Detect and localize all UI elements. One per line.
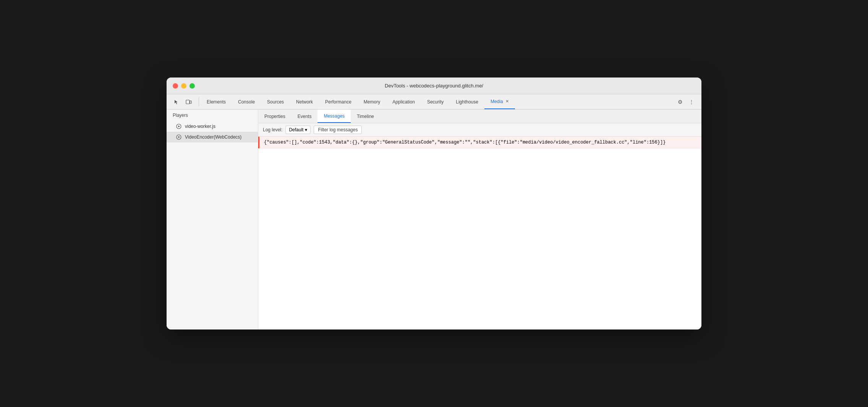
tab-security[interactable]: Security — [421, 94, 450, 109]
panel-tab-properties[interactable]: Properties — [258, 110, 291, 123]
cursor-icon — [174, 99, 179, 105]
sidebar-header: Players — [167, 110, 258, 121]
tab-performance[interactable]: Performance — [319, 94, 358, 109]
log-level-select[interactable]: Default ▾ — [285, 126, 311, 134]
tab-application[interactable]: Application — [386, 94, 421, 109]
panel: Properties Events Messages Timeline Log … — [258, 110, 701, 329]
maximize-button[interactable] — [189, 83, 195, 89]
panel-tab-timeline[interactable]: Timeline — [351, 110, 380, 123]
window-title: DevTools - webcodecs-playground.glitch.m… — [385, 83, 483, 89]
toolbar-divider — [199, 97, 199, 106]
svg-rect-0 — [186, 100, 189, 104]
devtools-window: DevTools - webcodecs-playground.glitch.m… — [167, 78, 701, 329]
panel-tab-events[interactable]: Events — [291, 110, 318, 123]
cursor-icon-button[interactable] — [171, 97, 182, 107]
settings-button[interactable]: ⚙ — [675, 97, 685, 107]
tab-console[interactable]: Console — [232, 94, 261, 109]
tab-media[interactable]: Media ✕ — [484, 94, 515, 109]
device-toggle-button[interactable] — [183, 97, 194, 107]
sidebar-item-label-video-worker: video-worker.js — [185, 124, 215, 129]
device-toggle-icon — [186, 99, 192, 105]
tab-sources[interactable]: Sources — [261, 94, 290, 109]
sidebar-item-label-video-encoder: VideoEncoder(WebCodecs) — [185, 134, 241, 140]
sidebar-item-video-worker[interactable]: video-worker.js — [167, 121, 258, 132]
dropdown-arrow: ▾ — [305, 127, 307, 132]
svg-rect-1 — [190, 101, 191, 103]
log-level-bar: Log level: Default ▾ Filter log messages — [258, 123, 701, 137]
toolbar-tabs: Elements Console Sources Network Perform… — [201, 94, 672, 109]
tab-memory[interactable]: Memory — [358, 94, 386, 109]
messages-area[interactable]: {"causes":[],"code":1543,"data":{},"grou… — [258, 137, 701, 329]
sidebar: Players video-worker.js VideoEn — [167, 110, 258, 329]
message-text: {"causes":[],"code":1543,"data":{},"grou… — [264, 140, 666, 145]
more-icon: ⋮ — [689, 99, 694, 105]
tab-lighthouse[interactable]: Lighthouse — [450, 94, 484, 109]
title-bar: DevTools - webcodecs-playground.glitch.m… — [167, 78, 701, 94]
panel-tab-messages[interactable]: Messages — [317, 110, 351, 123]
log-level-label: Log level: — [263, 127, 282, 132]
toolbar: Elements Console Sources Network Perform… — [167, 94, 701, 110]
message-row-error: {"causes":[],"code":1543,"data":{},"grou… — [258, 137, 701, 149]
more-button[interactable]: ⋮ — [686, 97, 697, 107]
toolbar-right: ⚙ ⋮ — [672, 94, 700, 109]
tab-media-close[interactable]: ✕ — [505, 99, 509, 104]
svg-marker-5 — [178, 136, 180, 138]
filter-input[interactable]: Filter log messages — [314, 126, 362, 134]
close-button[interactable] — [173, 83, 178, 89]
svg-marker-3 — [178, 126, 180, 128]
tab-network[interactable]: Network — [290, 94, 319, 109]
main-content: Players video-worker.js VideoEn — [167, 110, 701, 329]
toolbar-left — [168, 94, 197, 109]
play-icon-video-worker — [176, 123, 182, 129]
sidebar-item-video-encoder[interactable]: VideoEncoder(WebCodecs) — [167, 132, 258, 142]
window-controls — [173, 83, 195, 89]
settings-icon: ⚙ — [678, 99, 683, 105]
panel-tabs: Properties Events Messages Timeline — [258, 110, 701, 123]
tab-elements[interactable]: Elements — [201, 94, 232, 109]
minimize-button[interactable] — [181, 83, 186, 89]
play-icon-video-encoder — [176, 134, 182, 140]
